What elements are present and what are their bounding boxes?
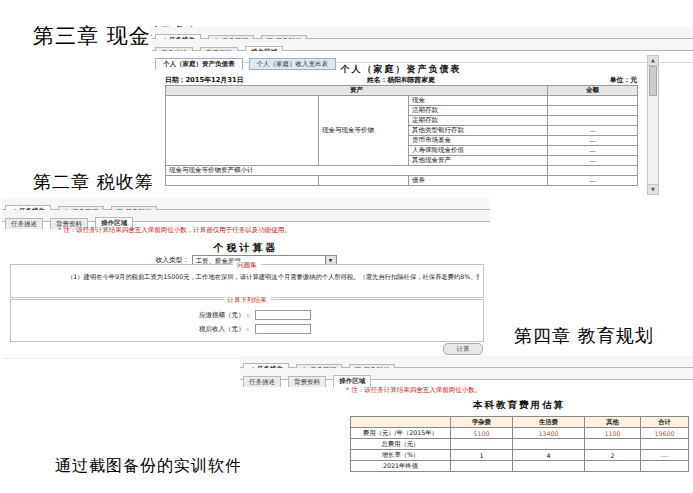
value-cell: 5100 — [451, 428, 513, 439]
task-tabbar: 任务操作 任务管理 任务解析 — [2, 198, 490, 210]
table-row: 总费用（元） — [351, 439, 689, 450]
other-header: 其他 — [585, 417, 641, 428]
education-cost-table: 学杂费 生活费 其他 合计 费用（元）/年（2015年） 5100 13400 … — [350, 416, 689, 472]
category-cell — [166, 96, 319, 166]
section-tabbar: 任务描述 背景资料 操作区域 — [2, 210, 490, 222]
answer-input-cell[interactable] — [641, 461, 689, 472]
table-header-row: 学杂费 生活费 其他 合计 — [351, 417, 689, 428]
scroll-down-icon[interactable]: ▼ — [648, 184, 658, 194]
value-cell: 2 — [585, 450, 641, 461]
asset-item: 债券 — [409, 176, 548, 186]
after-tax-income-label: 税后收入（元）： — [199, 325, 251, 334]
tax-amount-input[interactable] — [255, 310, 311, 320]
screenshot-collage: 第三章 现金规划 第二章 税收筹划 第四章 教育规划 通过截图备份的实训软件题目… — [0, 0, 693, 493]
subtotal-row: 现金与现金等价物资产额小计 — [166, 166, 638, 176]
group-label-cell — [319, 176, 409, 186]
question-legend: 问题集 — [11, 261, 483, 270]
table-row: 费用（元）/年（2015年） 5100 13400 1100 19600 — [351, 428, 689, 439]
tax-amount-row: 应缴税额（元）： — [11, 310, 483, 320]
tuition-header: 学杂费 — [451, 417, 513, 428]
amount-header: 金额 — [548, 86, 638, 96]
value-cell: 1 — [451, 450, 513, 461]
sheet-tabbar: 个人（家庭）资产负债表 个人（家庭）收入支出表 — [152, 51, 693, 63]
answer-input-cell[interactable] — [585, 461, 641, 472]
scrollbar-thumb[interactable] — [649, 66, 657, 96]
asset-item: 人寿保险现金价值 — [409, 146, 548, 156]
table-row: 增长率（%） 1 4 2 --- — [351, 450, 689, 461]
tab-task-description[interactable]: 任务描述 — [243, 376, 281, 387]
calculation-note: * 注：该任务计算结果四舍五入保留两位小数，计算器仅用于任务以及功能使用。 — [58, 226, 291, 235]
amount-cell: — — [548, 156, 638, 166]
amount-input-cell[interactable] — [548, 96, 638, 106]
value-cell: 1100 — [585, 428, 641, 439]
amount-cell: — — [548, 126, 638, 136]
amount-input-cell[interactable] — [548, 106, 638, 116]
tab-background-material[interactable]: 背景资料 — [288, 376, 326, 387]
answer-input-cell[interactable] — [513, 461, 585, 472]
row-label: 2021年终值 — [351, 461, 451, 472]
tax-calculator-title: 个税计算器 — [2, 241, 490, 255]
result-box: 计算下列结果 应缴税额（元）： 税后收入（元）： — [10, 299, 484, 342]
balance-table: 资产 金额 现金与现金等价物 现金 活期存款 定期存款 其他类型银行存款— 货币… — [165, 85, 638, 186]
balance-info-line: 日期：2015年12月31日 姓名：杨阳和陈茜家庭 单位：元 — [165, 75, 637, 84]
tab-task-description[interactable]: 任务描述 — [5, 218, 43, 229]
row-label: 总费用（元） — [351, 439, 451, 450]
after-tax-income-input[interactable] — [255, 324, 311, 334]
asset-item: 其他现金资产 — [409, 156, 548, 166]
asset-item: 现金 — [409, 96, 548, 106]
asset-item: 货币市场基金 — [409, 136, 548, 146]
subtotal-amount-cell[interactable] — [548, 166, 638, 176]
asset-item: 其他类型银行存款 — [409, 126, 548, 136]
amount-cell: — — [548, 176, 638, 186]
table-row: 债券 — — [166, 176, 638, 186]
education-cost-title: 本科教育费用估算 — [350, 399, 688, 412]
rounding-note: * 注：该任务计算结果四舍五入保留两位小数。 — [346, 386, 481, 395]
question-box: 问题集 （1）建明在今年9月的税前工资为15000元，工作地在深圳，请计算建明这… — [10, 264, 484, 298]
balance-holder-name: 姓名：杨阳和陈茜家庭 — [367, 76, 435, 84]
group-label-cell: 现金与现金等价物 — [319, 96, 409, 166]
question-text: （1）建明在今年9月的税前工资为15000元，工作地在深圳，请计算建明这个月需要… — [67, 273, 479, 282]
row-label: 增长率（%） — [351, 450, 451, 461]
table-header-row: 资产 金额 — [166, 86, 638, 96]
balance-sheet-window: 任务操作 任务管理 任务解析 任务描述 背景资料 操作区域 个人（家庭）资产负债… — [152, 27, 693, 197]
balance-date: 日期：2015年12月31日 — [165, 75, 244, 85]
value-cell: 19600 — [641, 428, 689, 439]
asset-item: 定期存款 — [409, 116, 548, 126]
education-planning-window: 任务操作 任务管理 任务解析 任务描述 背景资料 操作区域 * 注：该任务计算结… — [240, 356, 693, 493]
corner-header — [351, 417, 451, 428]
balance-unit: 单位：元 — [610, 75, 637, 85]
answer-input-cell[interactable] — [641, 439, 689, 450]
answer-input-cell[interactable] — [585, 439, 641, 450]
value-cell: 13400 — [513, 428, 585, 439]
task-tabbar: 任务操作 任务管理 任务解析 — [152, 27, 693, 39]
section-tabbar: 任务描述 背景资料 操作区域 — [240, 368, 693, 380]
calculate-button[interactable]: 计算 — [443, 343, 483, 355]
amount-cell: — — [548, 146, 638, 156]
subtotal-label: 现金与现金等价物资产额小计 — [166, 166, 548, 176]
section-tabbar: 任务描述 背景资料 操作区域 — [152, 39, 693, 51]
table-row: 现金与现金等价物 现金 — [166, 96, 638, 106]
living-header: 生活费 — [513, 417, 585, 428]
value-cell: --- — [641, 450, 689, 461]
vertical-scrollbar[interactable]: ▲ ▼ — [647, 55, 659, 195]
answer-input-cell[interactable] — [451, 461, 513, 472]
result-legend: 计算下列结果 — [11, 296, 483, 305]
chapter4-label: 第四章 教育规划 — [514, 324, 654, 348]
scroll-up-icon[interactable]: ▲ — [648, 56, 658, 66]
amount-cell: — — [548, 136, 638, 146]
asset-item: 活期存款 — [409, 106, 548, 116]
task-tabbar: 任务操作 任务管理 任务解析 — [240, 356, 693, 368]
row-label: 费用（元）/年（2015年） — [351, 428, 451, 439]
category-cell — [166, 176, 319, 186]
amount-input-cell[interactable] — [548, 116, 638, 126]
answer-input-cell[interactable] — [451, 439, 513, 450]
total-header: 合计 — [641, 417, 689, 428]
answer-input-cell[interactable] — [513, 439, 585, 450]
tax-calculator-window: 任务操作 任务管理 任务解析 任务描述 背景资料 操作区域 * 注：该任务计算结… — [2, 198, 490, 359]
table-row: 2021年终值 — [351, 461, 689, 472]
asset-header: 资产 — [166, 86, 548, 96]
value-cell: 4 — [513, 450, 585, 461]
tax-amount-label: 应缴税额（元）： — [199, 311, 251, 320]
after-tax-row: 税后收入（元）： — [11, 324, 483, 334]
